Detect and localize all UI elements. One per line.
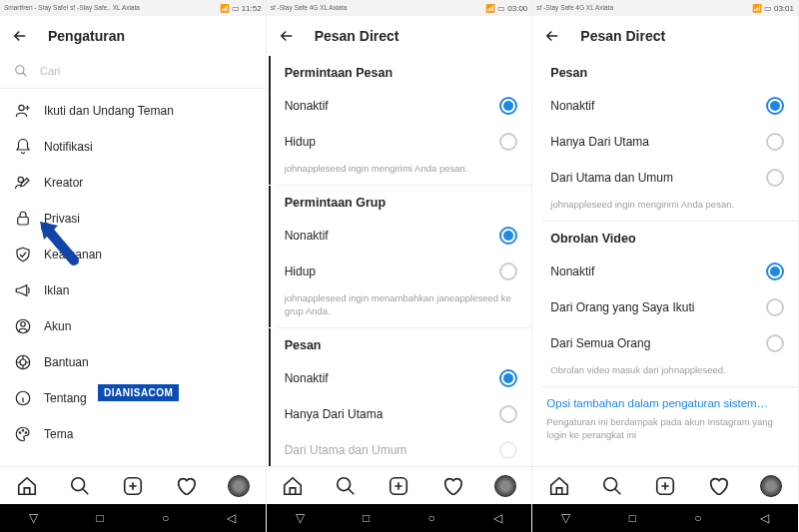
tab-profile[interactable] — [759, 474, 783, 498]
tab-activity[interactable] — [440, 474, 464, 498]
carrier-text: Smartfren - Stay Safe! sf -Stay Safe.. X… — [4, 4, 140, 12]
tab-profile[interactable] — [493, 474, 517, 498]
clock-text: 11:52 — [242, 4, 262, 13]
account-icon — [14, 317, 38, 335]
radio-utama-umum[interactable]: Dari Utama dan Umum — [536, 160, 798, 196]
battery-icon: ▭ — [764, 4, 772, 13]
back-button[interactable] — [542, 26, 562, 46]
status-bar: sf -Stay Safe 4G XL Axiata 📶 ▭ 03:01 — [532, 0, 798, 16]
app-bar: Pengaturan — [0, 16, 266, 56]
radio-nonaktif[interactable]: Nonaktif — [536, 88, 798, 124]
svg-point-5 — [21, 322, 26, 327]
section-header: Permintaan Pesan — [271, 56, 532, 88]
clock-text: 03:01 — [774, 4, 794, 13]
signal-icon: 📶 — [752, 4, 762, 13]
menu-notifikasi[interactable]: Notifikasi — [0, 129, 266, 165]
radio-hidup[interactable]: Hidup — [271, 124, 532, 160]
tab-create[interactable] — [653, 474, 677, 498]
clock-text: 03:00 — [507, 4, 527, 13]
radio-nonaktif[interactable]: Nonaktif — [271, 218, 532, 254]
page-title: Pengaturan — [48, 28, 125, 44]
svg-point-14 — [338, 477, 351, 490]
radio-hanya-utama[interactable]: Hanya Dari Utama — [271, 396, 532, 432]
page-title: Pesan Direct — [315, 28, 400, 44]
panel-settings: Smartfren - Stay Safe! sf -Stay Safe.. X… — [0, 0, 267, 532]
radio-icon — [499, 227, 517, 245]
helper-text: johnappleseed ingin mengirimi Anda pesan… — [271, 160, 532, 185]
signal-icon: 📶 — [485, 4, 495, 13]
tab-activity[interactable] — [174, 474, 198, 498]
signal-icon: 📶 — [220, 4, 230, 13]
avatar — [494, 475, 516, 497]
nav-back-icon[interactable]: ▽ — [29, 511, 38, 525]
nav-home-icon[interactable]: ○ — [694, 511, 701, 525]
radio-icon — [766, 169, 784, 187]
nav-recent-icon[interactable]: □ — [96, 511, 103, 525]
nav-back2-icon[interactable]: ◁ — [760, 511, 769, 525]
radio-icon — [499, 369, 517, 387]
nav-back-icon[interactable]: ▽ — [561, 511, 570, 525]
menu-bantuan[interactable]: Bantuan — [0, 344, 266, 380]
tab-create[interactable] — [387, 474, 410, 498]
nav-home-icon[interactable]: ○ — [428, 511, 435, 525]
radio-icon — [766, 298, 784, 316]
tab-home[interactable] — [547, 474, 571, 498]
system-nav: ▽ □ ○ ◁ — [267, 504, 532, 532]
nav-home-icon[interactable]: ○ — [162, 511, 169, 525]
tab-search[interactable] — [334, 474, 358, 498]
radio-nonaktif[interactable]: Nonaktif — [271, 360, 532, 396]
tab-profile[interactable] — [227, 474, 251, 498]
menu-akun[interactable]: Akun — [0, 308, 266, 344]
radio-utama-umum[interactable]: Dari Utama dan Umum — [271, 432, 532, 466]
system-settings-link[interactable]: Opsi tambahan dalam pengaturan sistem… — [532, 387, 798, 413]
menu-tema[interactable]: Tema — [0, 416, 266, 452]
radio-nonaktif[interactable]: Nonaktif — [271, 88, 532, 124]
bottom-nav — [0, 466, 266, 504]
nav-back-icon[interactable]: ▽ — [296, 511, 305, 525]
menu-ikuti-undang[interactable]: Ikuti dan Undang Teman — [0, 93, 266, 129]
radio-hidup[interactable]: Hidup — [271, 254, 532, 289]
menu-label: Tentang — [44, 391, 87, 405]
svg-point-11 — [25, 432, 27, 434]
add-friend-icon — [14, 102, 38, 120]
svg-point-9 — [19, 432, 21, 434]
battery-icon: ▭ — [232, 4, 240, 13]
avatar — [760, 475, 782, 497]
section-header: Pesan — [271, 328, 532, 360]
tab-create[interactable] — [121, 474, 145, 498]
nav-recent-icon[interactable]: □ — [363, 511, 370, 525]
carrier-text: sf -Stay Safe 4G XL Axiata — [271, 4, 348, 12]
nav-back2-icon[interactable]: ◁ — [227, 511, 236, 525]
svg-point-7 — [20, 359, 26, 365]
avatar — [228, 475, 250, 497]
tab-home[interactable] — [281, 474, 305, 498]
help-icon — [14, 353, 38, 371]
radio-nonaktif[interactable]: Nonaktif — [536, 254, 798, 289]
helper-text: johnappleseed ingin mengirimi Anda pesan… — [536, 196, 798, 221]
nav-recent-icon[interactable]: □ — [629, 511, 636, 525]
tab-search[interactable] — [68, 474, 92, 498]
menu-label: Notifikasi — [44, 140, 93, 154]
search-placeholder: Cari — [40, 65, 60, 77]
tab-activity[interactable] — [706, 474, 730, 498]
menu-kreator[interactable]: Kreator — [0, 165, 266, 201]
radio-semua-orang[interactable]: Dari Semua Orang — [536, 325, 798, 361]
tab-home[interactable] — [15, 474, 39, 498]
menu-iklan[interactable]: Iklan — [0, 272, 266, 308]
back-button[interactable] — [277, 26, 297, 46]
radio-orang-ikuti[interactable]: Dari Orang yang Saya Ikuti — [536, 289, 798, 325]
status-bar: Smartfren - Stay Safe! sf -Stay Safe.. X… — [0, 0, 266, 16]
radio-icon — [766, 133, 784, 151]
back-button[interactable] — [10, 26, 30, 46]
megaphone-icon — [14, 281, 38, 299]
tab-search[interactable] — [600, 474, 624, 498]
search-input[interactable]: Cari — [0, 58, 266, 89]
status-bar: sf -Stay Safe 4G XL Axiata 📶 ▭ 03:00 — [267, 0, 532, 16]
svg-point-12 — [71, 477, 84, 490]
radio-hanya-utama[interactable]: Hanya Dari Utama — [536, 124, 798, 160]
app-bar: Pesan Direct — [532, 16, 798, 56]
menu-label: Tema — [44, 427, 73, 441]
palette-icon — [14, 425, 38, 443]
nav-back2-icon[interactable]: ◁ — [493, 511, 502, 525]
arrow-left-icon — [543, 27, 561, 45]
